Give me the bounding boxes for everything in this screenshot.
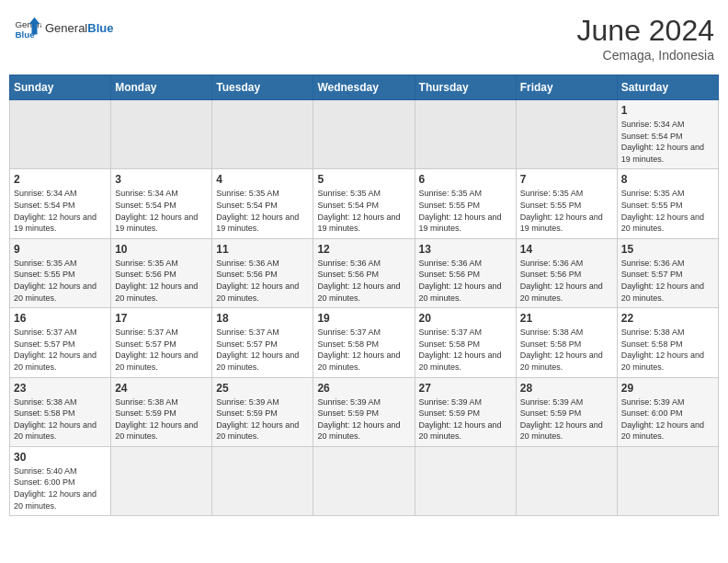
day-info: Sunrise: 5:39 AM Sunset: 5:59 PM Dayligh… [216, 396, 309, 442]
weekday-header-tuesday: Tuesday [212, 75, 313, 100]
calendar-cell: 25Sunrise: 5:39 AM Sunset: 5:59 PM Dayli… [212, 377, 313, 446]
day-number: 26 [317, 382, 410, 395]
calendar-cell: 9Sunrise: 5:35 AM Sunset: 5:55 PM Daylig… [10, 238, 111, 307]
weekday-header-row: SundayMondayTuesdayWednesdayThursdayFrid… [10, 75, 719, 100]
weekday-header-saturday: Saturday [617, 75, 718, 100]
calendar-week-5: 23Sunrise: 5:38 AM Sunset: 5:58 PM Dayli… [10, 377, 719, 446]
calendar-title: June 2024 [577, 14, 714, 48]
day-info: Sunrise: 5:34 AM Sunset: 5:54 PM Dayligh… [621, 119, 714, 165]
calendar-table: SundayMondayTuesdayWednesdayThursdayFrid… [9, 75, 719, 516]
day-info: Sunrise: 5:37 AM Sunset: 5:57 PM Dayligh… [115, 327, 208, 373]
weekday-header-sunday: Sunday [10, 75, 111, 100]
day-number: 10 [115, 243, 208, 256]
day-info: Sunrise: 5:38 AM Sunset: 5:58 PM Dayligh… [520, 327, 613, 373]
calendar-cell: 28Sunrise: 5:39 AM Sunset: 5:59 PM Dayli… [516, 377, 617, 446]
day-info: Sunrise: 5:36 AM Sunset: 5:57 PM Dayligh… [621, 258, 714, 304]
day-number: 4 [216, 173, 309, 186]
calendar-cell: 29Sunrise: 5:39 AM Sunset: 6:00 PM Dayli… [617, 377, 718, 446]
day-number: 28 [520, 382, 613, 395]
day-info: Sunrise: 5:35 AM Sunset: 5:55 PM Dayligh… [419, 188, 512, 234]
day-info: Sunrise: 5:37 AM Sunset: 5:57 PM Dayligh… [216, 327, 309, 373]
day-info: Sunrise: 5:38 AM Sunset: 5:59 PM Dayligh… [115, 396, 208, 442]
calendar-week-3: 9Sunrise: 5:35 AM Sunset: 5:55 PM Daylig… [10, 238, 719, 307]
day-number: 12 [317, 243, 410, 256]
calendar-cell: 7Sunrise: 5:35 AM Sunset: 5:55 PM Daylig… [516, 169, 617, 238]
calendar-cell: 21Sunrise: 5:38 AM Sunset: 5:58 PM Dayli… [516, 308, 617, 377]
calendar-cell [313, 446, 415, 515]
calendar-cell [516, 446, 617, 515]
logo-icon: General Blue [14, 14, 41, 41]
calendar-subtitle: Cemaga, Indonesia [577, 48, 714, 63]
calendar-cell: 8Sunrise: 5:35 AM Sunset: 5:55 PM Daylig… [617, 169, 718, 238]
day-info: Sunrise: 5:39 AM Sunset: 5:59 PM Dayligh… [317, 396, 410, 442]
logo-general: General [45, 21, 87, 35]
day-number: 25 [216, 382, 309, 395]
calendar-cell [111, 446, 212, 515]
logo-blue: Blue [87, 21, 113, 35]
page-header: General Blue GeneralBlue June 2024 Cemag… [9, 9, 719, 67]
day-number: 29 [621, 382, 714, 395]
calendar-week-4: 16Sunrise: 5:37 AM Sunset: 5:57 PM Dayli… [10, 308, 719, 377]
calendar-week-2: 2Sunrise: 5:34 AM Sunset: 5:54 PM Daylig… [10, 169, 719, 238]
calendar-cell [212, 100, 313, 169]
calendar-cell: 14Sunrise: 5:36 AM Sunset: 5:56 PM Dayli… [516, 238, 617, 307]
calendar-cell: 11Sunrise: 5:36 AM Sunset: 5:56 PM Dayli… [212, 238, 313, 307]
day-info: Sunrise: 5:37 AM Sunset: 5:58 PM Dayligh… [317, 327, 410, 373]
calendar-cell: 5Sunrise: 5:35 AM Sunset: 5:54 PM Daylig… [313, 169, 415, 238]
day-info: Sunrise: 5:35 AM Sunset: 5:54 PM Dayligh… [317, 188, 410, 234]
calendar-cell: 12Sunrise: 5:36 AM Sunset: 5:56 PM Dayli… [313, 238, 415, 307]
svg-text:General: General [16, 19, 42, 29]
day-info: Sunrise: 5:40 AM Sunset: 6:00 PM Dayligh… [14, 465, 107, 511]
day-info: Sunrise: 5:37 AM Sunset: 5:58 PM Dayligh… [419, 327, 512, 373]
day-info: Sunrise: 5:36 AM Sunset: 5:56 PM Dayligh… [317, 258, 410, 304]
calendar-cell: 20Sunrise: 5:37 AM Sunset: 5:58 PM Dayli… [415, 308, 516, 377]
day-number: 21 [520, 312, 613, 325]
calendar-cell [111, 100, 212, 169]
calendar-cell: 6Sunrise: 5:35 AM Sunset: 5:55 PM Daylig… [415, 169, 516, 238]
calendar-body: 1Sunrise: 5:34 AM Sunset: 5:54 PM Daylig… [10, 100, 719, 516]
day-info: Sunrise: 5:39 AM Sunset: 5:59 PM Dayligh… [520, 396, 613, 442]
calendar-cell: 3Sunrise: 5:34 AM Sunset: 5:54 PM Daylig… [111, 169, 212, 238]
calendar-cell [617, 446, 718, 515]
calendar-cell: 17Sunrise: 5:37 AM Sunset: 5:57 PM Dayli… [111, 308, 212, 377]
day-number: 15 [621, 243, 714, 256]
day-number: 3 [115, 173, 208, 186]
calendar-cell [10, 100, 111, 169]
day-info: Sunrise: 5:35 AM Sunset: 5:54 PM Dayligh… [216, 188, 309, 234]
calendar-cell [516, 100, 617, 169]
calendar-cell [212, 446, 313, 515]
day-info: Sunrise: 5:39 AM Sunset: 5:59 PM Dayligh… [419, 396, 512, 442]
day-number: 23 [14, 382, 107, 395]
calendar-cell: 18Sunrise: 5:37 AM Sunset: 5:57 PM Dayli… [212, 308, 313, 377]
weekday-header-friday: Friday [516, 75, 617, 100]
day-number: 17 [115, 312, 208, 325]
day-number: 5 [317, 173, 410, 186]
day-info: Sunrise: 5:38 AM Sunset: 5:58 PM Dayligh… [621, 327, 714, 373]
day-info: Sunrise: 5:35 AM Sunset: 5:56 PM Dayligh… [115, 258, 208, 304]
day-info: Sunrise: 5:34 AM Sunset: 5:54 PM Dayligh… [14, 188, 107, 234]
logo: General Blue GeneralBlue [14, 14, 113, 41]
day-number: 1 [621, 104, 714, 117]
day-info: Sunrise: 5:36 AM Sunset: 5:56 PM Dayligh… [216, 258, 309, 304]
day-info: Sunrise: 5:37 AM Sunset: 5:57 PM Dayligh… [14, 327, 107, 373]
day-number: 30 [14, 451, 107, 464]
day-number: 7 [520, 173, 613, 186]
calendar-cell: 13Sunrise: 5:36 AM Sunset: 5:56 PM Dayli… [415, 238, 516, 307]
calendar-cell [313, 100, 415, 169]
calendar-cell [415, 100, 516, 169]
calendar-cell: 26Sunrise: 5:39 AM Sunset: 5:59 PM Dayli… [313, 377, 415, 446]
day-number: 9 [14, 243, 107, 256]
day-number: 14 [520, 243, 613, 256]
calendar-week-1: 1Sunrise: 5:34 AM Sunset: 5:54 PM Daylig… [10, 100, 719, 169]
calendar-cell: 19Sunrise: 5:37 AM Sunset: 5:58 PM Dayli… [313, 308, 415, 377]
calendar-cell: 4Sunrise: 5:35 AM Sunset: 5:54 PM Daylig… [212, 169, 313, 238]
calendar-cell: 27Sunrise: 5:39 AM Sunset: 5:59 PM Dayli… [415, 377, 516, 446]
weekday-header-wednesday: Wednesday [313, 75, 415, 100]
calendar-week-6: 30Sunrise: 5:40 AM Sunset: 6:00 PM Dayli… [10, 446, 719, 515]
title-area: June 2024 Cemaga, Indonesia [577, 14, 714, 63]
day-info: Sunrise: 5:36 AM Sunset: 5:56 PM Dayligh… [419, 258, 512, 304]
calendar-cell [415, 446, 516, 515]
calendar-cell: 23Sunrise: 5:38 AM Sunset: 5:58 PM Dayli… [10, 377, 111, 446]
day-info: Sunrise: 5:38 AM Sunset: 5:58 PM Dayligh… [14, 396, 107, 442]
calendar-cell: 10Sunrise: 5:35 AM Sunset: 5:56 PM Dayli… [111, 238, 212, 307]
